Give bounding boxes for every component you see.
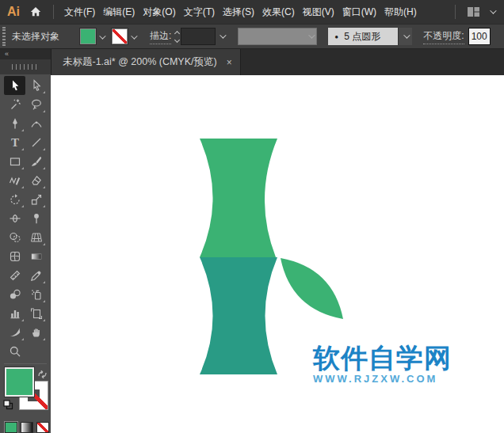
tool-curvature[interactable] <box>25 114 47 133</box>
workspace-switcher-button[interactable] <box>462 0 485 24</box>
default-fill-stroke-button[interactable] <box>3 399 13 413</box>
toolbar-divider <box>4 363 47 364</box>
tools-panel-collapse[interactable]: « <box>0 49 51 59</box>
bamboo-top-segment[interactable] <box>200 139 277 257</box>
tool-shaper[interactable] <box>4 171 25 190</box>
tool-measure[interactable] <box>4 266 25 285</box>
hand-tool-icon <box>30 326 43 339</box>
fill-dropdown[interactable] <box>99 31 104 42</box>
chevron-down-icon <box>490 7 496 13</box>
chevron-down-icon <box>220 32 227 38</box>
color-mode-button[interactable] <box>5 422 17 433</box>
brush-dropdown-arrow[interactable] <box>398 28 412 45</box>
default-swatches-icon <box>3 400 13 410</box>
tool-slice[interactable] <box>4 323 25 342</box>
stroke-dropdown[interactable] <box>131 31 136 42</box>
bamboo-bottom-segment[interactable] <box>200 257 277 374</box>
home-button[interactable] <box>25 0 47 24</box>
tool-magic-wand[interactable] <box>4 95 25 114</box>
tool-mesh[interactable] <box>4 247 25 266</box>
tool-rotate[interactable] <box>4 190 25 209</box>
none-mode-button[interactable] <box>36 422 49 433</box>
tool-lasso[interactable] <box>25 95 47 114</box>
bamboo-leaf[interactable] <box>281 258 343 319</box>
menu-edit[interactable]: 编辑(E) <box>99 0 139 24</box>
tools-panel-grip[interactable] <box>0 59 51 75</box>
tool-pen[interactable] <box>4 114 25 133</box>
tool-eyedropper[interactable] <box>25 266 47 285</box>
control-bar: 未选择对象 描边: ● 5 点圆形 不透明度: <box>0 24 504 49</box>
tool-hand[interactable] <box>25 323 47 342</box>
chevron-down-icon <box>309 32 315 38</box>
workspace-dropdown[interactable] <box>485 0 504 24</box>
artboard-tool-icon <box>30 307 43 320</box>
rotate-tool-icon <box>9 193 21 206</box>
menu-view[interactable]: 视图(V) <box>299 0 338 24</box>
stroke-weight-dropdown[interactable] <box>216 28 228 45</box>
mesh-tool-icon <box>9 250 21 263</box>
opacity-label[interactable]: 不透明度: <box>423 29 464 44</box>
gradient-tool-icon <box>30 250 43 263</box>
panel-grip[interactable] <box>2 27 6 46</box>
tool-type[interactable]: T <box>4 133 25 152</box>
shaper-tool-icon <box>9 174 21 187</box>
tool-column-graph[interactable] <box>4 304 25 323</box>
stroke-weight-stepper[interactable] <box>175 32 179 42</box>
eraser-tool-icon <box>30 174 43 187</box>
tool-eraser[interactable] <box>25 171 47 190</box>
tool-perspective-grid[interactable] <box>25 228 47 247</box>
tool-symbol-sprayer[interactable] <box>25 285 47 304</box>
canvas[interactable]: 软件自学网 WWW.RJZXW.COM <box>51 75 504 433</box>
opacity-input[interactable] <box>468 28 491 45</box>
menu-type[interactable]: 文字(T) <box>180 0 219 24</box>
fill-swatch[interactable] <box>5 367 34 397</box>
tool-rectangle[interactable] <box>4 152 25 171</box>
menu-effect[interactable]: 效果(C) <box>258 0 299 24</box>
tool-gradient[interactable] <box>25 247 47 266</box>
stroke-weight-label[interactable]: 描边: <box>150 29 171 44</box>
menu-object[interactable]: 对象(O) <box>139 0 179 24</box>
menu-window[interactable]: 窗口(W) <box>338 0 380 24</box>
menu-separator <box>53 5 54 19</box>
tool-line-segment[interactable] <box>25 133 47 152</box>
brush-preset-label: 5 点圆形 <box>344 30 380 44</box>
brush-dot-icon: ● <box>334 33 338 40</box>
tool-direct-selection[interactable] <box>25 76 47 95</box>
fill-color-swatch[interactable] <box>80 28 96 44</box>
tool-width[interactable] <box>4 209 25 228</box>
brush-preset-value: ● 5 点圆形 <box>328 28 398 45</box>
tool-puppet-warp[interactable] <box>25 209 47 228</box>
stroke-color-swatch[interactable] <box>112 28 128 44</box>
curvature-tool-icon <box>30 117 43 130</box>
menu-help[interactable]: 帮助(H) <box>380 0 421 24</box>
menu-select[interactable]: 选择(S) <box>219 0 258 24</box>
tool-shape-builder[interactable] <box>4 228 25 247</box>
slice-tool-icon <box>9 326 21 339</box>
document-tab-bar: 未标题-1.ai* @ 200% (CMYK/预览) × <box>51 49 504 75</box>
tool-zoom[interactable] <box>4 342 25 361</box>
blend-tool-icon <box>9 288 21 301</box>
tool-blend[interactable] <box>4 285 25 304</box>
brush-definition-dropdown[interactable]: ● 5 点圆形 <box>328 28 412 45</box>
tool-artboard[interactable] <box>25 304 47 323</box>
document-tab[interactable]: 未标题-1.ai* @ 200% (CMYK/预览) × <box>51 49 241 75</box>
menu-separator <box>455 5 456 19</box>
chevron-down-icon <box>403 32 410 38</box>
chevron-down-icon <box>99 32 105 39</box>
tool-list: T <box>0 74 51 361</box>
illustrator-window: Ai 文件(F) 编辑(E) 对象(O) 文字(T) 选择(S) 效果(C) 视… <box>0 0 504 433</box>
stroke-weight-input[interactable] <box>181 28 216 45</box>
selection-status: 未选择对象 <box>12 30 80 44</box>
gradient-mode-button[interactable] <box>21 422 33 433</box>
tool-paintbrush[interactable] <box>25 152 47 171</box>
tool-selection[interactable] <box>4 76 25 95</box>
tab-close-icon[interactable]: × <box>227 57 232 68</box>
selection-tool-icon <box>9 79 21 92</box>
width-profile-dropdown <box>238 28 317 45</box>
menu-file[interactable]: 文件(F) <box>60 0 99 24</box>
tool-scale[interactable] <box>25 190 47 209</box>
pen-tool-icon <box>9 117 21 130</box>
chevron-down-icon <box>131 32 137 39</box>
tools-panel: « <box>0 49 51 433</box>
swap-arrows-icon <box>37 370 48 379</box>
